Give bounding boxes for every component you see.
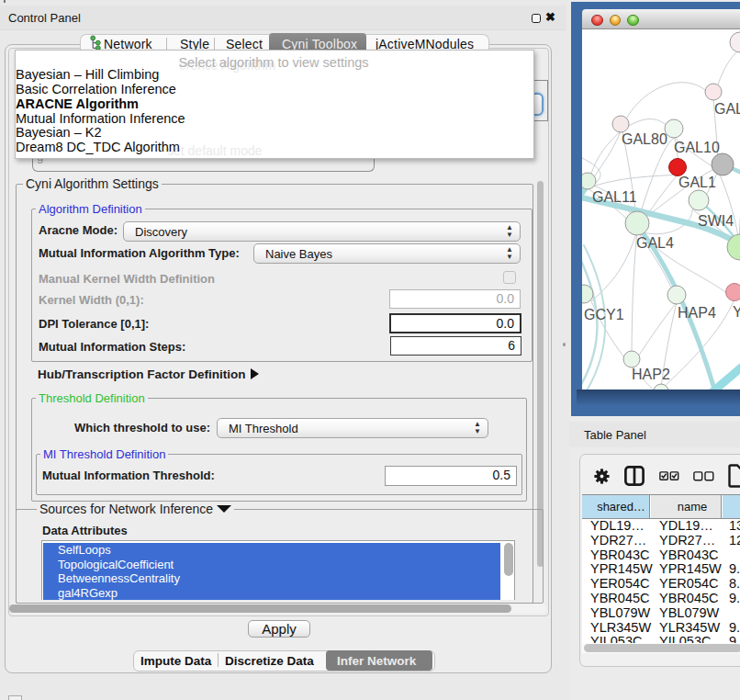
svg-text:GAL11: GAL11 xyxy=(592,189,637,205)
svg-text:Y: Y xyxy=(733,304,740,320)
svg-text:GAL: GAL xyxy=(714,101,740,117)
svg-text:GAL4: GAL4 xyxy=(636,235,674,251)
svg-text:GAL1: GAL1 xyxy=(678,175,716,190)
svg-text:GAL80: GAL80 xyxy=(622,131,667,147)
svg-text:HAP4: HAP4 xyxy=(678,305,716,321)
svg-text:HAP2: HAP2 xyxy=(632,367,670,382)
svg-text:GCY1: GCY1 xyxy=(584,307,624,322)
svg-text:GAL10: GAL10 xyxy=(674,140,720,155)
svg-text:SWI4: SWI4 xyxy=(698,213,734,229)
